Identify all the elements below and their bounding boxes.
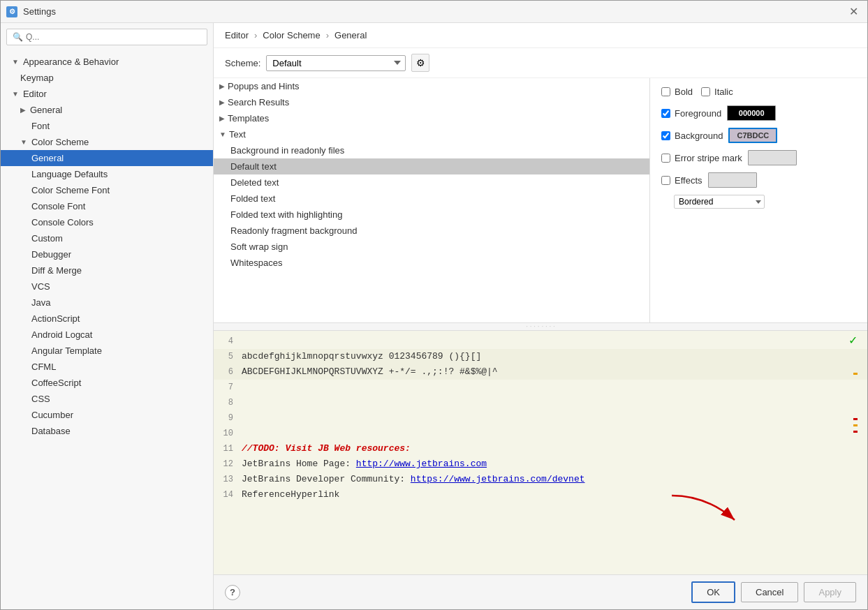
- color-tree-item-folded-text-hl[interactable]: Folded text with highlighting: [214, 207, 649, 223]
- foreground-color-swatch[interactable]: 000000: [727, 105, 776, 121]
- breadcrumb-part-editor: Editor: [225, 30, 249, 40]
- preview-line-12: 12 JetBrains Home Page: http://www.jetbr…: [214, 456, 867, 472]
- line-content: ABCDEFGHIJKLMNOPQRSTUVWXYZ +-*/= .,;:!? …: [242, 366, 865, 377]
- sidebar-item-database[interactable]: Database: [1, 423, 213, 439]
- scheme-select[interactable]: Default Darcula High contrast IntelliJ L…: [266, 55, 406, 71]
- collapse-arrow: ▼: [20, 138, 27, 146]
- color-tree-item-popups[interactable]: ▶ Popups and Hints: [214, 78, 649, 94]
- sidebar-item-angular-template[interactable]: Angular Template: [1, 343, 213, 359]
- line-number: 12: [216, 459, 242, 469]
- sidebar-item-general[interactable]: ▶ General: [1, 102, 213, 118]
- link-url-devnet: https://www.jetbrains.com/devnet: [411, 474, 585, 484]
- italic-checkbox-label[interactable]: Italic: [701, 87, 733, 97]
- sidebar-item-debugger[interactable]: Debugger: [1, 246, 213, 262]
- sidebar-item-label: Android Logcat: [31, 329, 92, 340]
- preview-line-4: 4: [214, 334, 867, 349]
- sidebar-item-console-font[interactable]: Console Font: [1, 198, 213, 214]
- effects-checkbox[interactable]: [661, 176, 670, 185]
- color-tree-item-folded-text[interactable]: Folded text: [214, 191, 649, 207]
- sidebar-item-diff-merge[interactable]: Diff & Merge: [1, 262, 213, 278]
- line-number: 10: [216, 429, 242, 438]
- right-marks: [853, 331, 858, 575]
- sidebar-item-cs-general[interactable]: General: [1, 150, 213, 166]
- breadcrumb-part-color-scheme: Color Scheme: [263, 30, 320, 40]
- color-tree-item-bg-readonly[interactable]: Background in readonly files: [214, 142, 649, 158]
- sidebar-item-cfml[interactable]: CFML: [1, 359, 213, 375]
- effects-checkbox-label[interactable]: Effects: [661, 175, 703, 186]
- sidebar-item-label: General: [31, 153, 64, 163]
- bold-checkbox-label[interactable]: Bold: [661, 87, 693, 97]
- sidebar-item-label: Appearance & Behavior: [23, 57, 119, 67]
- breadcrumb-sep-1: ›: [254, 30, 257, 40]
- preview-line-11: 11 //TODO: Visit JB Web resources:: [214, 441, 867, 456]
- search-box[interactable]: 🔍: [6, 29, 207, 45]
- foreground-checkbox-label[interactable]: Foreground: [661, 108, 721, 119]
- error-stripe-checkbox-label[interactable]: Error stripe mark: [661, 153, 742, 163]
- preview-line-10: 10: [214, 426, 867, 441]
- sidebar-item-java[interactable]: Java: [1, 295, 213, 311]
- italic-checkbox[interactable]: [701, 87, 710, 96]
- sidebar-item-console-colors[interactable]: Console Colors: [1, 214, 213, 230]
- sidebar-item-coffeescript[interactable]: CoffeeScript: [1, 375, 213, 391]
- background-color-swatch[interactable]: C7BDCC: [728, 128, 777, 143]
- background-checkbox[interactable]: [661, 131, 670, 140]
- color-tree-item-text[interactable]: ▼ Text: [214, 126, 649, 142]
- foreground-checkbox[interactable]: [661, 109, 670, 118]
- content-area: 🔍 ▼ Appearance & Behavior Keymap ▼ Edito…: [1, 23, 867, 609]
- sidebar-item-actionscript[interactable]: ActionScript: [1, 311, 213, 327]
- color-tree-item-default-text[interactable]: Default text: [214, 158, 649, 174]
- sidebar-item-vcs[interactable]: VCS: [1, 278, 213, 295]
- arrow-icon: ▶: [219, 114, 225, 122]
- background-checkbox-label[interactable]: Background: [661, 131, 723, 141]
- close-button[interactable]: ✕: [845, 3, 862, 20]
- color-tree-item-readonly-fragment[interactable]: Readonly fragment background: [214, 223, 649, 239]
- color-tree-item-templates[interactable]: ▶ Templates: [214, 110, 649, 126]
- sidebar-item-label: Keymap: [20, 73, 54, 83]
- sidebar: 🔍 ▼ Appearance & Behavior Keymap ▼ Edito…: [1, 23, 214, 609]
- scheme-bar: Scheme: Default Darcula High contrast In…: [214, 48, 867, 78]
- error-stripe-color-swatch[interactable]: [748, 150, 797, 165]
- main-panel: Editor › Color Scheme › General Scheme: …: [214, 23, 867, 609]
- sidebar-item-cucumber[interactable]: Cucumber: [1, 407, 213, 423]
- effects-label: Effects: [675, 175, 703, 186]
- line-number: 11: [216, 444, 242, 454]
- preview-line-13: 13 JetBrains Developer Community: https:…: [214, 472, 867, 487]
- sidebar-item-color-scheme-font[interactable]: Color Scheme Font: [1, 182, 213, 198]
- effects-type-select[interactable]: Bordered Underscored Bold Underscored St…: [674, 195, 765, 209]
- error-stripe-checkbox[interactable]: [661, 154, 670, 163]
- sidebar-item-label: Console Colors: [31, 217, 94, 228]
- color-tree-item-deleted-text[interactable]: Deleted text: [214, 174, 649, 191]
- sidebar-item-color-scheme[interactable]: ▼ Color Scheme: [1, 134, 213, 150]
- sidebar-item-appearance[interactable]: ▼ Appearance & Behavior: [1, 54, 213, 70]
- sidebar-item-keymap[interactable]: Keymap: [1, 70, 213, 86]
- cancel-button[interactable]: Cancel: [741, 582, 798, 602]
- sidebar-item-editor[interactable]: ▼ Editor: [1, 86, 213, 102]
- sidebar-item-language-defaults[interactable]: Language Defaults: [1, 166, 213, 182]
- color-tree-item-search-results[interactable]: ▶ Search Results: [214, 94, 649, 110]
- effects-color-swatch[interactable]: [708, 172, 757, 188]
- color-tree-item-soft-wrap[interactable]: Soft wrap sign: [214, 239, 649, 255]
- sidebar-item-css[interactable]: CSS: [1, 391, 213, 407]
- ok-button[interactable]: OK: [691, 581, 735, 603]
- sidebar-item-custom[interactable]: Custom: [1, 230, 213, 246]
- breadcrumb: Editor › Color Scheme › General: [214, 23, 867, 48]
- title-bar: ⚙ Settings ✕: [1, 1, 867, 23]
- apply-button[interactable]: Apply: [804, 582, 856, 602]
- preview-line-8: 8: [214, 395, 867, 410]
- preview-line-7: 7: [214, 380, 867, 395]
- scheme-gear-button[interactable]: ⚙: [411, 54, 429, 72]
- help-button[interactable]: ?: [225, 585, 240, 600]
- preview-line-14: 14 ReferenceHyperlink: [214, 487, 867, 503]
- sidebar-item-font[interactable]: Font: [1, 118, 213, 134]
- color-tree-item-whitespaces[interactable]: Whitespaces: [214, 255, 649, 271]
- line-number: 8: [216, 398, 242, 408]
- resizer[interactable]: · · · · · · · ·: [214, 322, 867, 331]
- sidebar-item-label: Color Scheme Font: [31, 185, 110, 195]
- sidebar-item-label: Color Scheme: [31, 137, 89, 147]
- bold-checkbox[interactable]: [661, 87, 670, 96]
- color-tree: ▶ Popups and Hints ▶ Search Results ▶ Te…: [214, 78, 649, 322]
- app-icon: ⚙: [6, 6, 17, 17]
- sidebar-item-android-logcat[interactable]: Android Logcat: [1, 327, 213, 343]
- breadcrumb-sep-2: ›: [326, 30, 329, 40]
- search-input[interactable]: [26, 32, 201, 42]
